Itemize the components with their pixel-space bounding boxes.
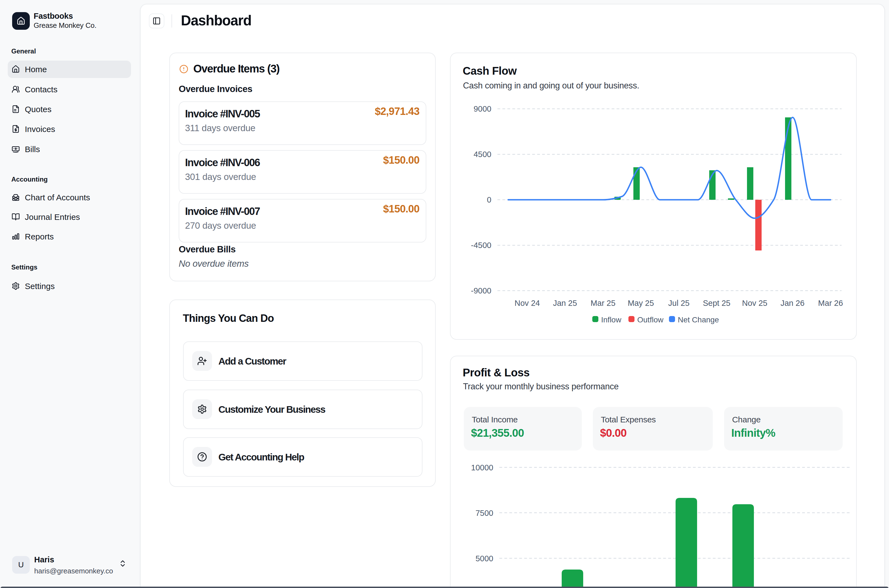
svg-text:Nov 24: Nov 24: [514, 298, 540, 308]
svg-text:Mar 26: Mar 26: [818, 298, 843, 308]
svg-text:-4500: -4500: [471, 241, 491, 250]
svg-text:7500: 7500: [475, 508, 493, 518]
svg-text:Jan 25: Jan 25: [553, 298, 577, 308]
svg-text:-9000: -9000: [471, 286, 491, 295]
svg-text:Sept 25: Sept 25: [703, 298, 730, 308]
svg-text:5000: 5000: [475, 554, 493, 563]
svg-text:Inflow: Inflow: [601, 315, 621, 324]
svg-text:Outflow: Outflow: [637, 315, 664, 324]
svg-text:May 25: May 25: [627, 298, 654, 308]
svg-text:10000: 10000: [471, 463, 493, 472]
svg-text:Mar 25: Mar 25: [591, 298, 615, 308]
svg-text:Net Change: Net Change: [678, 315, 719, 324]
svg-text:Jul 25: Jul 25: [668, 298, 689, 308]
svg-text:4500: 4500: [474, 150, 491, 159]
svg-text:0: 0: [487, 195, 491, 204]
svg-text:Jan 26: Jan 26: [780, 298, 804, 308]
svg-text:Nov 25: Nov 25: [742, 298, 767, 308]
svg-text:9000: 9000: [474, 104, 491, 113]
